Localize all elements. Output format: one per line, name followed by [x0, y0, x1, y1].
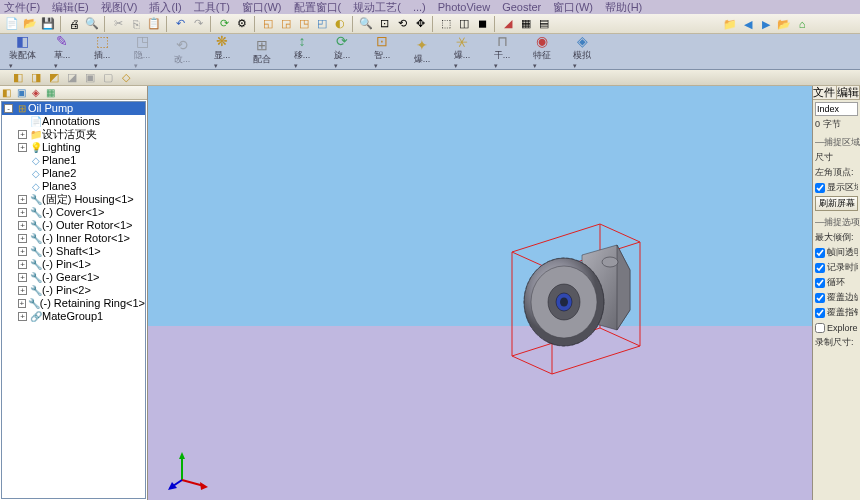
copy-icon[interactable]: ⎘: [128, 16, 144, 32]
misc2-icon[interactable]: ▤: [536, 16, 552, 32]
menu-item[interactable]: 帮助(H): [605, 0, 642, 14]
ribbon-装配体[interactable]: ◧装配体 ▾: [4, 37, 40, 67]
print-icon[interactable]: 🖨: [66, 16, 82, 32]
menu-item[interactable]: 编辑(E): [52, 0, 89, 14]
ribbon-智[interactable]: ⊡智... ▾: [364, 37, 400, 67]
expand-toggle[interactable]: +: [18, 286, 27, 295]
tree-row[interactable]: ◇Plane2: [2, 167, 145, 180]
tab-feature-icon[interactable]: ◧: [2, 87, 11, 98]
pan-icon[interactable]: ✥: [412, 16, 428, 32]
home-icon[interactable]: ⌂: [794, 16, 810, 32]
ft3-icon[interactable]: ◩: [46, 70, 62, 86]
tree-row[interactable]: +🔧(-) Inner Rotor<1>: [2, 232, 145, 245]
paste-icon[interactable]: 📋: [146, 16, 162, 32]
up-icon[interactable]: 📂: [776, 16, 792, 32]
menu-item[interactable]: ...): [413, 0, 426, 14]
ribbon-草[interactable]: ✎草... ▾: [44, 37, 80, 67]
hidden-icon[interactable]: ◫: [456, 16, 472, 32]
expand-toggle[interactable]: +: [18, 208, 27, 217]
menu-item[interactable]: 插入(I): [149, 0, 181, 14]
ft4-icon[interactable]: ◪: [64, 70, 80, 86]
oil-pump-model[interactable]: [522, 240, 634, 360]
expand-toggle[interactable]: +: [18, 143, 27, 152]
chk-explorer[interactable]: [815, 323, 825, 333]
view3-icon[interactable]: ◳: [296, 16, 312, 32]
ribbon-移[interactable]: ↕移... ▾: [284, 37, 320, 67]
save-icon[interactable]: 💾: [40, 16, 56, 32]
ribbon-特征[interactable]: ◉特征 ▾: [524, 37, 560, 67]
ribbon-爆[interactable]: ✦爆...: [404, 37, 440, 67]
chk-loop[interactable]: [815, 278, 825, 288]
tree-row[interactable]: +🔗MateGroup1: [2, 310, 145, 323]
ft1-icon[interactable]: ◧: [10, 70, 26, 86]
tree-row[interactable]: +🔧(-) Retaining Ring<1>: [2, 297, 145, 310]
preview-icon[interactable]: 🔍: [84, 16, 100, 32]
filename-input[interactable]: [815, 102, 858, 116]
ribbon-隐[interactable]: ◳隐... ▾: [124, 37, 160, 67]
expand-toggle[interactable]: +: [18, 299, 26, 308]
chk-edge[interactable]: [815, 293, 825, 303]
tree-row[interactable]: ◇Plane1: [2, 154, 145, 167]
tree-row[interactable]: +🔧(-) Pin<2>: [2, 284, 145, 297]
menu-item[interactable]: 窗口(W): [242, 0, 282, 14]
ribbon-旋[interactable]: ⟳旋... ▾: [324, 37, 360, 67]
tab-display-icon[interactable]: ▦: [46, 87, 55, 98]
new-icon[interactable]: 📄: [4, 16, 20, 32]
options-icon[interactable]: ⚙: [234, 16, 250, 32]
prev-icon[interactable]: ◀: [740, 16, 756, 32]
tab-edit[interactable]: 编辑: [837, 86, 861, 99]
view2-icon[interactable]: ◲: [278, 16, 294, 32]
chk-transparent[interactable]: [815, 248, 825, 258]
ribbon-插[interactable]: ⬚插... ▾: [84, 37, 120, 67]
section-icon[interactable]: ◢: [500, 16, 516, 32]
redo-icon[interactable]: ↷: [190, 16, 206, 32]
expand-toggle[interactable]: +: [18, 247, 27, 256]
tree-row[interactable]: +🔧(-) Gear<1>: [2, 271, 145, 284]
ribbon-改[interactable]: ⟲改...: [164, 37, 200, 67]
tree-row[interactable]: +💡Lighting: [2, 141, 145, 154]
open-icon[interactable]: 📂: [22, 16, 38, 32]
tab-prop-icon[interactable]: ◈: [32, 87, 40, 98]
tree-row[interactable]: +🔧(-) Pin<1>: [2, 258, 145, 271]
tree-row[interactable]: +🔧(-) Cover<1>: [2, 206, 145, 219]
misc1-icon[interactable]: ▦: [518, 16, 534, 32]
ribbon-模拟[interactable]: ◈模拟 ▾: [564, 37, 600, 67]
expand-toggle[interactable]: +: [18, 312, 27, 321]
cut-icon[interactable]: ✂: [110, 16, 126, 32]
menu-item[interactable]: 工具(T): [194, 0, 230, 14]
menu-item[interactable]: 视图(V): [101, 0, 138, 14]
ribbon-爆[interactable]: ⚹爆... ▾: [444, 37, 480, 67]
tree-row[interactable]: +🔧(固定) Housing<1>: [2, 193, 145, 206]
zoom-fit-icon[interactable]: 🔍: [358, 16, 374, 32]
expand-toggle[interactable]: +: [18, 234, 27, 243]
expand-toggle[interactable]: +: [18, 130, 27, 139]
tree-root[interactable]: -⊞ Oil Pump: [2, 102, 145, 115]
folder-icon[interactable]: 📁: [722, 16, 738, 32]
ft2-icon[interactable]: ◨: [28, 70, 44, 86]
menu-item[interactable]: 规动工艺(: [353, 0, 401, 14]
view4-icon[interactable]: ◰: [314, 16, 330, 32]
menu-item[interactable]: 窗口(W): [553, 0, 593, 14]
shade-icon[interactable]: ◐: [332, 16, 348, 32]
next-icon[interactable]: ▶: [758, 16, 774, 32]
zoom-area-icon[interactable]: ⊡: [376, 16, 392, 32]
ribbon-显[interactable]: ❋显... ▾: [204, 37, 240, 67]
expand-toggle[interactable]: +: [18, 273, 27, 282]
menu-item[interactable]: Geoster: [502, 0, 541, 14]
ft5-icon[interactable]: ▣: [82, 70, 98, 86]
view1-icon[interactable]: ◱: [260, 16, 276, 32]
shaded-icon[interactable]: ◼: [474, 16, 490, 32]
rebuild-icon[interactable]: ⟳: [216, 16, 232, 32]
ribbon-干[interactable]: ⊓干... ▾: [484, 37, 520, 67]
menu-item[interactable]: PhotoView: [438, 0, 490, 14]
chk-cursor[interactable]: [815, 308, 825, 318]
wireframe-icon[interactable]: ⬚: [438, 16, 454, 32]
3d-viewport[interactable]: [148, 86, 812, 500]
chk-recordtime[interactable]: [815, 263, 825, 273]
menu-item[interactable]: 文件(F): [4, 0, 40, 14]
tab-config-icon[interactable]: ▣: [17, 87, 26, 98]
menu-item[interactable]: 配置窗口(: [294, 0, 342, 14]
tree-row[interactable]: +🔧(-) Shaft<1>: [2, 245, 145, 258]
tree-row[interactable]: 📄Annotations: [2, 115, 145, 128]
ft7-icon[interactable]: ◇: [118, 70, 134, 86]
